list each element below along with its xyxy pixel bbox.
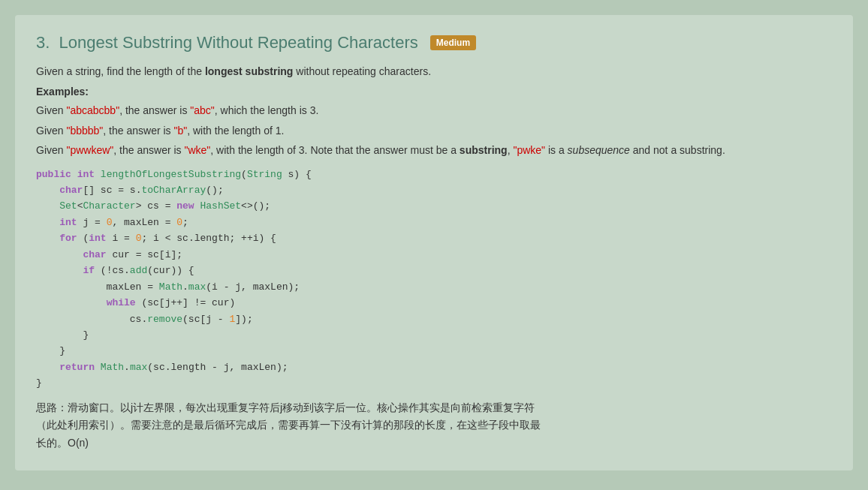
problem-title: Longest Substring Without Repeating Char… <box>59 33 418 52</box>
code-block: public int lengthOfLongestSubstring(Stri… <box>36 167 832 392</box>
main-container: 3. Longest Substring Without Repeating C… <box>15 15 853 470</box>
problem-description: Given a string, find the length of the l… <box>36 63 832 80</box>
page-title: 3. Longest Substring Without Repeating C… <box>36 33 418 53</box>
code-line-9: while (sc[j++] != cur) <box>36 295 832 311</box>
footer-line-2: （此处利用索引）。需要注意的是最后循环完成后，需要再算一下没有计算的那段的长度，… <box>36 416 832 434</box>
footer-explanation: 思路：滑动窗口。以j计左界限，每次出现重复字符后j移动到该字后一位。核心操作其实… <box>36 399 832 452</box>
example-3: Given "pwwkew", the answer is "wke", wit… <box>36 142 832 158</box>
footer-line-1: 思路：滑动窗口。以j计左界限，每次出现重复字符后j移动到该字后一位。核心操作其实… <box>36 399 832 417</box>
example-2: Given "bbbbb", the answer is "b", with t… <box>36 122 832 139</box>
code-line-4: int j = 0, maxLen = 0; <box>36 215 832 230</box>
problem-number: 3. <box>36 33 50 52</box>
code-line-2: char[] sc = s.toCharArray(); <box>36 182 832 198</box>
footer-line-3: 长的。O(n) <box>36 434 832 452</box>
code-line-10: cs.remove(sc[j - 1]); <box>36 311 832 327</box>
code-line-5: for (int i = 0; i < sc.length; ++i) { <box>36 230 832 246</box>
code-line-3: Set<Character> cs = new HashSet<>(); <box>36 198 832 214</box>
code-line-8: maxLen = Math.max(i - j, maxLen); <box>36 279 832 295</box>
examples-label: Examples: <box>36 86 832 98</box>
code-line-13: return Math.max(sc.length - j, maxLen); <box>36 359 832 375</box>
example-1: Given "abcabcbb", the answer is "abc", w… <box>36 102 832 119</box>
code-line-14: } <box>36 375 832 391</box>
code-line-11: } <box>36 327 832 343</box>
difficulty-badge: Medium <box>430 35 476 50</box>
title-row: 3. Longest Substring Without Repeating C… <box>36 33 832 53</box>
code-line-6: char cur = sc[i]; <box>36 247 832 263</box>
code-line-1: public int lengthOfLongestSubstring(Stri… <box>36 167 832 182</box>
code-line-12: } <box>36 343 832 359</box>
code-line-7: if (!cs.add(cur)) { <box>36 263 832 278</box>
